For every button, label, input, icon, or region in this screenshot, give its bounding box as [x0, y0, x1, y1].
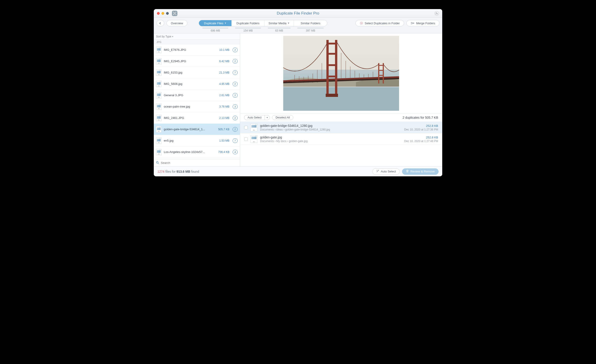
- file-name: Los-Angeles-skyline-1024x57...: [164, 150, 216, 154]
- tab-label: Duplicate Files: [204, 22, 223, 25]
- file-name: golden-gate-bridge-534614_1...: [164, 128, 216, 131]
- chevron-down-icon: ▼: [224, 22, 226, 24]
- file-thumbnail-icon: [251, 124, 257, 131]
- search-icon: [156, 161, 159, 165]
- duplicate-row[interactable]: golden-gate.jpgDocuments › My docs › gol…: [240, 133, 442, 145]
- group-header: JPG: [154, 40, 240, 44]
- file-size: 736.4 KB: [218, 150, 229, 154]
- file-row[interactable]: IMG_5608.jpg4.95 MB2: [154, 78, 240, 90]
- file-row[interactable]: IMG_2461.JPG2.13 MB2: [154, 112, 240, 124]
- duplicate-info: golden-gate.jpgDocuments › My docs › gol…: [260, 136, 402, 143]
- duplicate-count-badge: 2: [233, 59, 238, 64]
- file-thumbnail-icon: [156, 138, 162, 144]
- app-window: Duplicate File Finder Pro Overview Dupli…: [154, 9, 442, 176]
- file-name: IMG_2461.JPG: [164, 116, 217, 120]
- target-icon: [360, 22, 363, 25]
- file-thumbnail-icon: [156, 115, 162, 121]
- tab-duplicate-files[interactable]: Duplicate Files▼: [199, 20, 232, 26]
- duplicate-path: Documents › ideas › golden-gate-bridge-5…: [260, 128, 402, 131]
- svg-rect-4: [283, 87, 399, 111]
- duplicate-count-badge: 7: [233, 70, 238, 75]
- back-button[interactable]: [156, 20, 164, 26]
- duplicate-meta: 252.8 KBDec 10, 2020 at 1:27:48 PM: [404, 136, 438, 143]
- select-duplicates-button[interactable]: Select Duplicates in Folder: [356, 20, 404, 26]
- tab-label: Similar Folders: [301, 22, 320, 25]
- merge-folders-button[interactable]: Merge Folders: [406, 20, 440, 26]
- file-row[interactable]: IMG_E2945.JPG6.42 MB2: [154, 56, 240, 67]
- file-list[interactable]: IMG_E7876.JPG10.1 MB2IMG_E2945.JPG6.42 M…: [154, 44, 240, 159]
- duplicates-list: golden-gate-bridge-534614_1280.jpgDocume…: [240, 122, 442, 166]
- duplicate-date: Dec 10, 2020 at 1:27:36 PM: [404, 128, 438, 131]
- svg-rect-5: [378, 63, 379, 84]
- duplicate-path: Documents › My docs › golden-gate.jpg: [260, 139, 402, 143]
- file-name: IMG_E7876.JPG: [164, 48, 217, 51]
- file-size: 2.61 MB: [219, 94, 229, 97]
- duplicates-toolbar: Auto Select ▾ Deselect All 2 duplicates …: [240, 113, 442, 122]
- checkbox[interactable]: [244, 137, 248, 141]
- duplicate-row[interactable]: golden-gate-bridge-534614_1280.jpgDocume…: [240, 122, 442, 133]
- duplicate-count-badge: 7: [233, 138, 238, 143]
- file-row[interactable]: golden-gate-bridge-534614_1...505.7 KB2: [154, 124, 240, 135]
- duplicate-count-badge: 2: [233, 82, 238, 86]
- tab-size: 154 MB: [232, 28, 264, 32]
- overview-button[interactable]: Overview: [166, 20, 187, 26]
- duplicate-info: golden-gate-bridge-534614_1280.jpgDocume…: [260, 124, 402, 131]
- file-name: IMG_6153.jpg: [164, 71, 217, 74]
- search-input[interactable]: [161, 161, 238, 165]
- file-thumbnail-icon: [156, 126, 162, 132]
- duplicate-count-badge: 2: [233, 127, 238, 132]
- duplicate-size: 252.8 KB: [404, 136, 438, 139]
- file-row[interactable]: IMG_E7876.JPG10.1 MB2: [154, 44, 240, 56]
- svg-point-2: [361, 23, 362, 23]
- svg-rect-16: [326, 94, 338, 97]
- svg-rect-10: [326, 40, 329, 97]
- merge-icon: [411, 22, 414, 24]
- duplicate-size: 252.8 KB: [404, 124, 438, 128]
- duplicate-count-badge: 4: [233, 150, 238, 154]
- searchbar: [154, 159, 240, 166]
- tab-similar-media[interactable]: Similar Media▼: [264, 20, 294, 26]
- footer-auto-select-button[interactable]: Auto Select: [372, 168, 400, 175]
- svg-rect-7: [378, 65, 384, 66]
- checkbox[interactable]: [244, 126, 248, 129]
- deselect-all-button[interactable]: Deselect All: [272, 115, 293, 120]
- file-row[interactable]: General 3.JPG2.61 MB2: [154, 90, 240, 101]
- tab-duplicate-folders[interactable]: Duplicate Folders: [232, 20, 264, 26]
- tab-size: 63 MB: [264, 28, 294, 32]
- select-duplicates-label: Select Duplicates in Folder: [365, 22, 400, 25]
- file-row[interactable]: IMG_6153.jpg21.3 MB7: [154, 67, 240, 78]
- auto-select-menu-button[interactable]: ▾: [265, 115, 270, 120]
- trash-icon: [406, 169, 409, 173]
- file-row[interactable]: Los-Angeles-skyline-1024x57...736.4 KB4: [154, 146, 240, 158]
- file-row[interactable]: en5.jpg1.53 MB7: [154, 135, 240, 146]
- chevron-down-icon: ▾: [172, 35, 173, 38]
- tab-size: 397 MB: [294, 28, 327, 32]
- file-thumbnail-icon: [156, 58, 162, 65]
- content-area: Sort by Type ▾ JPG IMG_E7876.JPG10.1 MB2…: [154, 33, 442, 166]
- review-remove-button[interactable]: Review & Remove: [402, 168, 439, 175]
- sort-dropdown[interactable]: Sort by Type ▾: [154, 33, 240, 40]
- review-remove-label: Review & Remove: [410, 170, 435, 173]
- file-row[interactable]: ocean-palm-tree.jpg3.76 MB3: [154, 101, 240, 112]
- auto-select-button[interactable]: Auto Select: [244, 115, 265, 120]
- category-tabs: Duplicate Files▼Duplicate FoldersSimilar…: [199, 20, 327, 32]
- svg-rect-6: [383, 63, 384, 84]
- file-name: ocean-palm-tree.jpg: [164, 105, 217, 108]
- tab-label: Duplicate Folders: [237, 22, 259, 25]
- file-name: IMG_E2945.JPG: [164, 59, 217, 63]
- duplicates-summary: 2 duplicates for 505.7 KB: [403, 116, 438, 119]
- duplicate-count-badge: 2: [233, 116, 238, 120]
- merge-folders-label: Merge Folders: [416, 22, 435, 25]
- duplicate-count-badge: 2: [233, 93, 238, 98]
- file-name: IMG_5608.jpg: [164, 82, 217, 86]
- file-thumbnail-icon: [156, 149, 162, 155]
- tab-similar-folders[interactable]: Similar Folders: [294, 20, 327, 26]
- duplicate-date: Dec 10, 2020 at 1:27:48 PM: [404, 139, 438, 143]
- file-thumbnail-icon: [156, 92, 162, 98]
- footer: 1274 files for 913.6 MB found Auto Selec…: [154, 166, 442, 176]
- file-thumbnail-icon: [156, 69, 162, 76]
- svg-point-3: [156, 161, 158, 163]
- file-size: 10.1 MB: [219, 48, 229, 51]
- svg-rect-12: [326, 43, 337, 44]
- file-size: 3.76 MB: [219, 105, 229, 108]
